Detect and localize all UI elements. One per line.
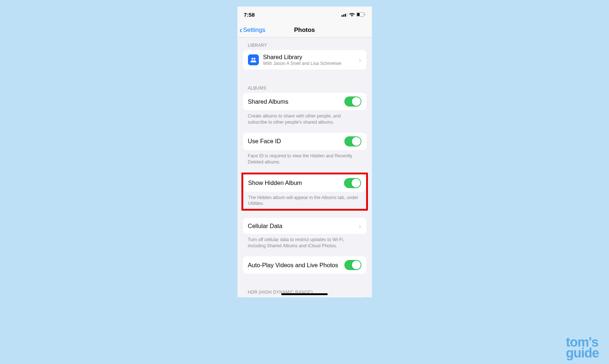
chevron-right-icon: › [359,56,361,64]
cellular-data-footer: Turn off cellular data to restrict updat… [243,234,366,249]
use-face-id-row[interactable]: Use Face ID [243,133,366,150]
autoplay-title: Auto-Play Videos and Live Photos [248,262,338,269]
nav-bar: ‹ Settings Photos [237,22,372,38]
shared-library-title: Shared Library [263,54,359,61]
chevron-right-icon: › [359,222,361,230]
use-face-id-footer: Face ID is required to view the Hidden a… [243,150,366,165]
svg-rect-6 [357,13,360,16]
phone-frame: 7:58 ‹ Settings Photos LIBRARY Shared Li… [237,7,372,297]
svg-rect-1 [343,15,344,17]
watermark: tom's guide [566,337,599,359]
autoplay-toggle[interactable] [344,260,361,270]
cellular-data-row[interactable]: Cellular Data › [243,218,366,234]
home-indicator [281,293,328,295]
show-hidden-album-title: Show Hidden Album [248,179,302,186]
battery-icon [356,12,365,17]
settings-content: LIBRARY Shared Library With Jason A Snel… [237,38,372,297]
section-header-library: LIBRARY [243,38,366,50]
cellular-data-title: Cellular Data [248,223,282,229]
autoplay-row[interactable]: Auto-Play Videos and Live Photos [243,256,366,274]
shared-library-row[interactable]: Shared Library With Jason A Snell and Li… [243,50,366,70]
status-icons [341,12,365,17]
show-hidden-album-footer: The Hidden album will appear in the Albu… [243,192,366,209]
back-label: Settings [243,26,265,34]
shared-albums-toggle[interactable] [344,96,361,107]
highlight-annotation: Show Hidden Album The Hidden album will … [241,173,368,211]
svg-rect-0 [341,15,343,17]
chevron-left-icon: ‹ [240,25,243,35]
svg-rect-3 [346,13,347,17]
watermark-line2: guide [566,348,599,359]
svg-rect-2 [345,14,346,17]
shared-albums-title: Shared Albums [248,98,289,105]
svg-point-8 [251,58,253,60]
status-time: 7:58 [244,12,255,18]
view-full-hdr-row[interactable]: View Full HDR [243,297,366,297]
wifi-icon [349,12,355,17]
svg-rect-7 [364,14,365,15]
shared-library-sub: With Jason A Snell and Lisa Schmeiser [263,61,359,66]
show-hidden-album-row[interactable]: Show Hidden Album [243,174,366,192]
svg-point-9 [253,58,255,60]
use-face-id-title: Use Face ID [248,138,281,145]
section-header-albums: ALBUMS [243,80,366,93]
svg-point-4 [351,16,352,17]
use-face-id-toggle[interactable] [344,136,361,146]
show-hidden-album-toggle[interactable] [344,178,361,188]
shared-albums-row[interactable]: Shared Albums [243,93,366,110]
cellular-icon [341,13,348,17]
back-button[interactable]: ‹ Settings [237,25,265,35]
status-bar: 7:58 [237,7,372,22]
shared-library-icon [248,54,259,65]
shared-albums-footer: Create albums to share with other people… [243,110,366,125]
